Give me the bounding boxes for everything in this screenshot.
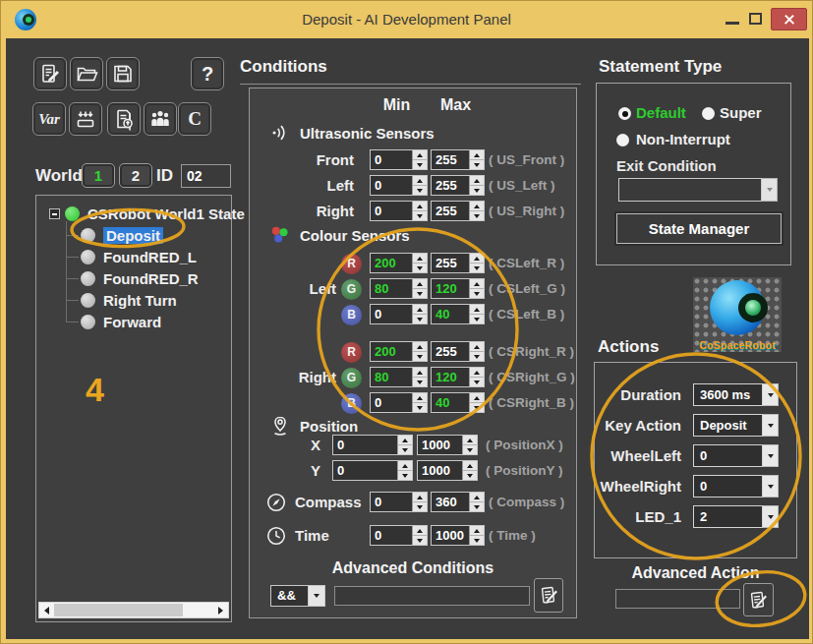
spin-up-icon[interactable] <box>470 279 484 289</box>
spin-down-icon[interactable] <box>470 289 484 298</box>
dropdown-arrow-icon[interactable] <box>762 178 778 202</box>
spin-down-icon[interactable] <box>470 536 484 545</box>
spinner-buttons[interactable] <box>469 305 484 323</box>
spin-down-icon[interactable] <box>470 160 484 169</box>
position-x-max-spinbox[interactable]: 1000 <box>417 435 478 455</box>
spin-up-icon[interactable] <box>398 461 412 471</box>
csright-r-min-spinbox[interactable]: 200 <box>370 341 428 362</box>
spin-up-icon[interactable] <box>470 176 484 186</box>
close-button[interactable] <box>771 8 807 30</box>
csright-r-max-spinbox[interactable]: 255 <box>431 341 485 362</box>
spinner-buttons[interactable] <box>469 526 484 545</box>
radio-super-label[interactable]: Super <box>720 104 762 121</box>
dropdown-arrow-icon[interactable] <box>309 585 325 607</box>
us-front-max-spinbox[interactable]: 255 <box>431 149 485 170</box>
tree-item-label[interactable]: FoundRED_L <box>103 249 197 265</box>
spinner-buttons[interactable] <box>462 436 477 454</box>
save-button[interactable] <box>106 57 140 90</box>
spin-down-icon[interactable] <box>413 289 427 298</box>
spin-down-icon[interactable] <box>470 315 484 323</box>
csleft-g-max-spinbox[interactable]: 120 <box>431 278 485 299</box>
logic-operator-dropdown[interactable]: && <box>270 585 325 607</box>
c-code-button[interactable]: C <box>178 102 211 136</box>
position-y-max-spinbox[interactable]: 1000 <box>417 460 478 481</box>
spin-up-icon[interactable] <box>470 342 484 352</box>
spinner-buttons[interactable] <box>412 279 427 298</box>
world-1-button[interactable]: 1 <box>82 163 115 188</box>
dropdown-arrow-icon[interactable] <box>763 414 779 437</box>
spin-down-icon[interactable] <box>413 160 427 169</box>
spin-up-icon[interactable] <box>463 436 477 445</box>
spinner-buttons[interactable] <box>412 493 427 511</box>
csleft-g-min-spinbox[interactable]: 80 <box>370 278 428 299</box>
dropdown-arrow-icon[interactable] <box>763 444 779 467</box>
spinner-buttons[interactable] <box>469 202 484 220</box>
tree-item-forward[interactable]: Forward <box>81 311 161 332</box>
spin-down-icon[interactable] <box>413 263 427 272</box>
spinner-buttons[interactable] <box>469 342 484 361</box>
tree-item-label[interactable]: Right Turn <box>103 292 177 309</box>
spin-down-icon[interactable] <box>470 186 484 195</box>
spin-down-icon[interactable] <box>413 211 427 220</box>
us-right-max-spinbox[interactable]: 255 <box>431 201 485 221</box>
collapse-icon[interactable] <box>49 208 60 219</box>
spin-down-icon[interactable] <box>413 352 427 361</box>
spin-down-icon[interactable] <box>463 471 477 480</box>
spin-up-icon[interactable] <box>463 461 477 471</box>
spin-up-icon[interactable] <box>413 493 427 502</box>
spin-up-icon[interactable] <box>413 526 427 536</box>
spinner-buttons[interactable] <box>397 436 412 454</box>
radio-default-label[interactable]: Default <box>636 104 686 121</box>
export-document-button[interactable] <box>107 102 141 136</box>
spin-up-icon[interactable] <box>413 202 427 211</box>
spin-up-icon[interactable] <box>470 254 484 263</box>
spin-down-icon[interactable] <box>398 445 412 454</box>
spinner-buttons[interactable] <box>469 254 484 272</box>
spinner-buttons[interactable] <box>469 150 484 169</box>
tree-item-foundred-r[interactable]: FoundRED_R <box>81 267 199 289</box>
position-y-min-spinbox[interactable]: 0 <box>332 460 413 481</box>
spin-down-icon[interactable] <box>470 211 484 220</box>
spin-up-icon[interactable] <box>470 305 484 315</box>
radio-super[interactable] <box>702 107 715 120</box>
edit-advanced-conditions-button[interactable] <box>534 578 563 613</box>
spin-down-icon[interactable] <box>463 445 477 454</box>
spinner-buttons[interactable] <box>412 305 427 323</box>
us-front-min-spinbox[interactable]: 0 <box>370 149 428 170</box>
duration-dropdown[interactable]: 3600 ms <box>693 383 779 406</box>
spin-up-icon[interactable] <box>470 526 484 536</box>
spin-down-icon[interactable] <box>398 471 412 480</box>
dropdown-arrow-icon[interactable] <box>763 383 779 406</box>
spin-up-icon[interactable] <box>398 436 412 445</box>
spinner-buttons[interactable] <box>469 176 484 195</box>
dropdown-arrow-icon[interactable] <box>763 505 779 528</box>
spin-up-icon[interactable] <box>413 176 427 186</box>
state-manager-button[interactable]: State Manager <box>616 213 782 244</box>
id-input[interactable] <box>181 164 231 188</box>
radio-non-interrupt-label[interactable]: Non-Interrupt <box>636 131 730 147</box>
title-bar[interactable]: Deposit - AI Development Panel <box>1 1 812 38</box>
spinner-buttons[interactable] <box>412 176 427 195</box>
dock-states-button[interactable] <box>69 102 102 136</box>
maximize-button[interactable] <box>749 13 762 25</box>
compass-max-spinbox[interactable]: 360 <box>431 492 485 512</box>
edit-advanced-action-button[interactable] <box>743 583 774 616</box>
position-x-min-spinbox[interactable]: 0 <box>332 435 413 455</box>
minimize-button[interactable] <box>726 22 739 25</box>
world-2-button[interactable]: 2 <box>119 163 152 188</box>
spin-down-icon[interactable] <box>413 378 427 386</box>
led1-dropdown[interactable]: 2 <box>693 505 779 528</box>
csleft-b-min-spinbox[interactable]: 0 <box>370 304 428 324</box>
spinner-buttons[interactable] <box>412 202 427 220</box>
tree-item-label[interactable]: Deposit <box>103 227 163 244</box>
tree-horizontal-scrollbar[interactable] <box>38 602 229 618</box>
csright-b-max-spinbox[interactable]: 40 <box>431 392 485 413</box>
spinner-buttons[interactable] <box>469 493 484 511</box>
variables-button[interactable]: Var <box>32 102 66 136</box>
spin-down-icon[interactable] <box>470 403 484 412</box>
compass-min-spinbox[interactable]: 0 <box>370 492 428 512</box>
spin-up-icon[interactable] <box>470 368 484 378</box>
spinner-buttons[interactable] <box>469 279 484 298</box>
spin-down-icon[interactable] <box>413 315 427 323</box>
spin-down-icon[interactable] <box>413 502 427 511</box>
